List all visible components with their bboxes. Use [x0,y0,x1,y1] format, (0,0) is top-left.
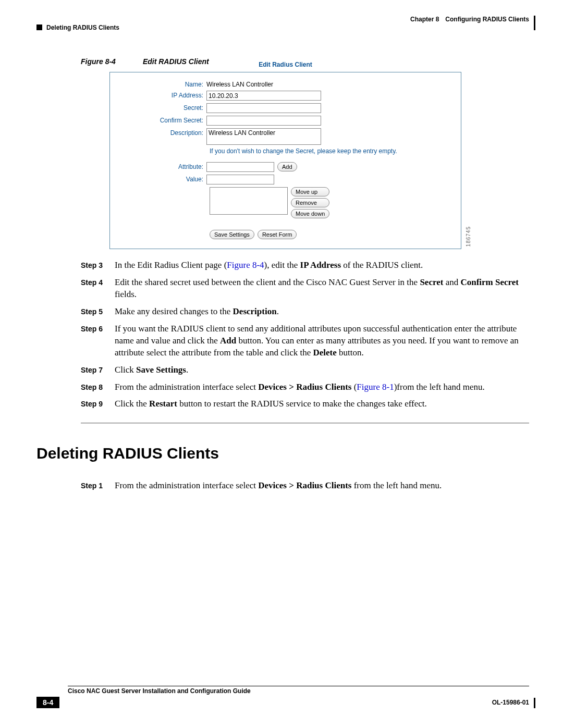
bullet-icon [36,24,42,30]
move-up-button[interactable]: Move up [291,187,329,196]
ip-label: IP Address: [126,91,206,99]
figure-caption-label: Figure 8-4 [81,57,116,66]
steps-list-delete: Step 1 From the administration interface… [81,480,529,492]
secret-input[interactable] [206,103,321,113]
step-number: Step 8 [81,381,115,393]
step-number: Step 9 [81,398,115,410]
step-number: Step 4 [81,277,115,301]
secret-label: Secret: [126,103,206,112]
document-id: OL-15986-01 [492,699,529,706]
step-number: Step 1 [81,480,115,492]
step-text: Click Save Settings. [115,364,529,376]
step-row: Step 8 From the administration interface… [81,381,529,393]
name-value: Wireless LAN Controller [206,80,273,88]
page-header: Chapter 8 Configuring RADIUS Clients [36,16,529,23]
page-footer: Cisco NAC Guest Server Installation and … [36,686,529,708]
footer-rule [68,686,529,686]
attribute-label: Attribute: [126,162,206,170]
attribute-listbox[interactable] [210,187,288,215]
add-button[interactable]: Add [277,162,297,171]
step-text: Make any desired changes to the Descript… [115,306,529,318]
step-number: Step 3 [81,260,115,272]
attribute-input[interactable] [206,162,274,172]
description-label: Description: [126,128,206,137]
remove-button[interactable]: Remove [291,198,329,207]
confirm-secret-label: Confirm Secret: [126,116,206,124]
step-number: Step 5 [81,306,115,318]
figure-edit-radius-client: Edit Radius Client 186745 Name: Wireless… [109,72,461,249]
chapter-title: Configuring RADIUS Clients [445,16,529,23]
step-text: If you want the RADIUS client to send an… [115,323,529,359]
section-heading: Deleting RADIUS Clients [36,445,529,462]
step-text: From the administration interface select… [115,480,529,492]
ip-input[interactable] [206,91,321,101]
step-text: From the administration interface select… [115,381,529,393]
figure-caption-title: Edit RADIUS Client [143,57,209,66]
step-row: Step 5 Make any desired changes to the D… [81,306,529,318]
reset-form-button[interactable]: Reset Form [258,230,297,239]
steps-list-edit: Step 3 In the Edit Radius Client page (F… [81,260,529,410]
figure-ref-link[interactable]: Figure 8-1 [357,382,394,392]
description-textarea[interactable]: Wireless LAN Controller [206,128,321,145]
move-down-button[interactable]: Move down [291,209,329,218]
step-row: Step 7 Click Save Settings. [81,364,529,376]
chapter-label: Chapter 8 [410,16,439,23]
header-marker [534,16,535,30]
figure-id-number: 186745 [466,226,471,246]
step-row: Step 6 If you want the RADIUS client to … [81,323,529,359]
save-settings-button[interactable]: Save Settings [210,230,254,239]
step-text: Edit the shared secret used between the … [115,277,529,301]
footer-marker [534,698,535,708]
page-number: 8-4 [36,697,59,708]
value-input[interactable] [206,175,274,184]
step-row: Step 9 Click the Restart button to resta… [81,398,529,410]
section-divider [81,423,529,424]
page-subheader: Deleting RADIUS Clients [36,24,529,31]
secret-hint: If you don't wish to change the Secret, … [210,147,445,155]
footer-guide-title: Cisco NAC Guest Server Installation and … [68,687,529,695]
step-row: Step 4 Edit the shared secret used betwe… [81,277,529,301]
step-row: Step 1 From the administration interface… [81,480,529,492]
fieldset-legend: Edit Radius Client [255,61,315,68]
subheader-title: Deleting RADIUS Clients [46,24,119,31]
step-text: Click the Restart button to restart the … [115,398,529,410]
step-text: In the Edit Radius Client page (Figure 8… [115,260,529,272]
step-row: Step 3 In the Edit Radius Client page (F… [81,260,529,272]
step-number: Step 6 [81,323,115,359]
figure-ref-link[interactable]: Figure 8-4 [227,260,264,270]
confirm-secret-input[interactable] [206,116,321,126]
value-label: Value: [126,175,206,183]
name-label: Name: [126,80,206,88]
step-number: Step 7 [81,364,115,376]
